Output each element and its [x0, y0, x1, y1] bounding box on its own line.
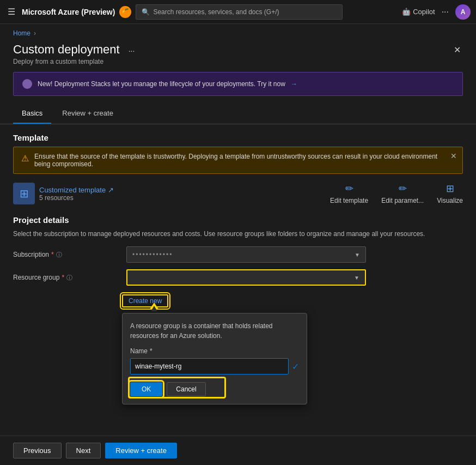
warning-text: Ensure that the source of the template i… — [34, 153, 455, 168]
search-placeholder: Search resources, services, and docs (G+… — [153, 8, 279, 16]
main-content: Home › Custom deployment ··· Deploy from… — [0, 24, 476, 465]
tabs: Basics Review + create — [0, 105, 476, 124]
edit-template-button[interactable]: ✏ Edit template — [330, 183, 368, 204]
template-section-title: Template — [13, 133, 463, 142]
popup-ok-button[interactable]: OK — [130, 382, 162, 396]
resource-group-row: Resource group * ⓘ ▼ — [13, 269, 463, 286]
page-subtitle: Deploy from a custom template — [13, 58, 135, 65]
tab-basics[interactable]: Basics — [13, 105, 51, 124]
template-resources: 5 resources — [39, 194, 326, 202]
subscription-label: Subscription * ⓘ — [13, 251, 122, 259]
close-button[interactable]: ✕ — [451, 43, 463, 57]
popup-name-required: * — [150, 347, 152, 355]
edit-template-icon: ✏ — [345, 183, 353, 195]
template-actions: ✏ Edit template ✏ Edit paramet... ⊞ Visu… — [330, 183, 463, 204]
visualize-button[interactable]: ⊞ Visualize — [437, 183, 463, 204]
search-bar[interactable]: 🔍 Search resources, services, and docs (… — [136, 4, 343, 20]
deployment-stacks-banner: New! Deployment Stacks let you manage th… — [13, 72, 463, 96]
resource-group-area: Resource group * ⓘ ▼ Create new A re — [13, 269, 463, 310]
subscription-required: * — [51, 251, 54, 258]
next-button[interactable]: Next — [66, 443, 101, 458]
subscription-dropdown-arrow: ▼ — [355, 252, 360, 258]
breadcrumb-separator: › — [34, 29, 36, 37]
banner-link[interactable]: → — [291, 80, 297, 88]
resource-group-label: Resource group * ⓘ — [13, 274, 122, 282]
resource-group-required: * — [62, 274, 64, 281]
resource-group-info-icon[interactable]: ⓘ — [66, 274, 72, 282]
popup-cancel-button[interactable]: Cancel — [167, 382, 205, 396]
visualize-icon: ⊞ — [446, 183, 454, 195]
previous-button[interactable]: Previous — [13, 443, 62, 458]
app-title: Microsoft Azure (Preview) — [22, 8, 115, 16]
edit-parameters-icon: ✏ — [399, 183, 407, 195]
tab-review-create[interactable]: Review + create — [53, 105, 122, 124]
copilot-label: Copilot — [413, 8, 435, 16]
edit-template-label: Edit template — [330, 197, 368, 204]
template-row: ⊞ Customized template ↗ 5 resources ✏ Ed… — [13, 183, 463, 204]
warning-box: ⚠ Ensure that the source of the template… — [13, 147, 463, 174]
resource-group-dropdown-arrow: ▼ — [354, 275, 359, 281]
template-info: Customized template ↗ 5 resources — [39, 186, 326, 202]
footer: Previous Next Review + create — [0, 436, 476, 465]
create-new-button[interactable]: Create new — [122, 294, 168, 307]
subscription-value: •••••••••••• — [132, 251, 173, 258]
breadcrumb: Home › — [0, 24, 476, 39]
topbar: ☰ Microsoft Azure (Preview) 🍊 🔍 Search r… — [0, 0, 476, 24]
banner-text: New! Deployment Stacks let you manage th… — [38, 80, 285, 88]
azure-icon: 🍊 — [119, 6, 131, 18]
review-create-button[interactable]: Review + create — [105, 443, 177, 458]
popup-name-label: Name * — [130, 347, 299, 355]
copilot-icon: 🤖 — [402, 8, 411, 16]
subscription-dropdown[interactable]: •••••••••••• ▼ — [126, 246, 366, 263]
external-link-icon: ↗ — [108, 186, 114, 194]
page-ellipsis[interactable]: ··· — [129, 46, 135, 55]
subscription-info-icon[interactable]: ⓘ — [56, 251, 62, 259]
banner-dot-icon — [22, 79, 32, 89]
project-details-title: Project details — [13, 215, 463, 225]
visualize-label: Visualize — [437, 197, 463, 204]
edit-parameters-button[interactable]: ✏ Edit paramet... — [381, 183, 424, 204]
page-title: Custom deployment — [13, 43, 120, 57]
copilot-button[interactable]: 🤖 Copilot — [402, 8, 435, 16]
breadcrumb-home[interactable]: Home — [13, 29, 30, 37]
template-icon: ⊞ — [13, 183, 35, 204]
popup-buttons: OK Cancel — [130, 382, 299, 396]
template-section: Template ⚠ Ensure that the source of the… — [0, 133, 476, 204]
warning-close-button[interactable]: ✕ — [450, 152, 457, 160]
popup-check-icon: ✓ — [292, 361, 299, 372]
project-details-section: Project details Select the subscription … — [0, 215, 476, 310]
warning-icon: ⚠ — [21, 153, 29, 164]
popup-input-row: ✓ — [130, 358, 299, 375]
edit-parameters-label: Edit paramet... — [381, 197, 424, 204]
popup-description: A resource group is a container that hol… — [130, 321, 299, 341]
page-header: Custom deployment ··· Deploy from a cust… — [0, 39, 476, 72]
subscription-row: Subscription * ⓘ •••••••••••• ▼ — [13, 246, 463, 263]
resource-group-dropdown[interactable]: ▼ — [126, 269, 366, 286]
topbar-right: 🤖 Copilot ··· A — [402, 4, 471, 20]
hamburger-icon[interactable]: ☰ — [5, 4, 17, 19]
project-description: Select the subscription to manage deploy… — [13, 229, 463, 239]
page-header-left: Custom deployment ··· Deploy from a cust… — [13, 43, 135, 65]
avatar[interactable]: A — [455, 4, 471, 20]
resource-group-name-input[interactable] — [130, 358, 289, 375]
more-options-icon[interactable]: ··· — [442, 7, 449, 17]
template-name[interactable]: Customized template ↗ — [39, 186, 326, 194]
create-new-popup: A resource group is a container that hol… — [122, 313, 307, 404]
